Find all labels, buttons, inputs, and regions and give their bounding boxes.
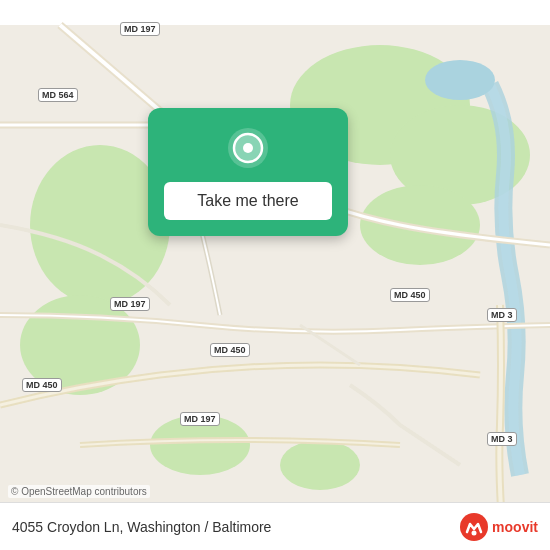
copyright-text: © OpenStreetMap contributors — [8, 485, 150, 498]
road-label-md197-top: MD 197 — [120, 22, 160, 36]
road-label-md450-mid: MD 450 — [210, 343, 250, 357]
svg-point-19 — [472, 530, 477, 535]
road-label-md450-right: MD 450 — [390, 288, 430, 302]
road-label-md197-mid: MD 197 — [110, 297, 150, 311]
map-container: MD 197 MD 564 MD 197 MD 450 MD 450 MD 45… — [0, 0, 550, 550]
map-background — [0, 0, 550, 550]
road-label-md3-bottom: MD 3 — [487, 432, 517, 446]
action-card: Take me there — [148, 108, 348, 236]
svg-point-8 — [425, 60, 495, 100]
svg-point-7 — [280, 440, 360, 490]
road-label-md450-left: MD 450 — [22, 378, 62, 392]
address-label: 4055 Croydon Ln, Washington / Baltimore — [12, 519, 271, 535]
moovit-label: moovit — [492, 519, 538, 535]
take-me-there-button[interactable]: Take me there — [164, 182, 332, 220]
road-label-md564: MD 564 — [38, 88, 78, 102]
moovit-logo: moovit — [460, 513, 538, 541]
road-label-md3-top: MD 3 — [487, 308, 517, 322]
road-label-md197-bottom: MD 197 — [180, 412, 220, 426]
moovit-logo-icon — [460, 513, 488, 541]
location-pin-icon — [226, 126, 270, 170]
svg-point-3 — [360, 185, 480, 265]
bottom-bar: 4055 Croydon Ln, Washington / Baltimore … — [0, 502, 550, 550]
svg-point-17 — [243, 143, 253, 153]
